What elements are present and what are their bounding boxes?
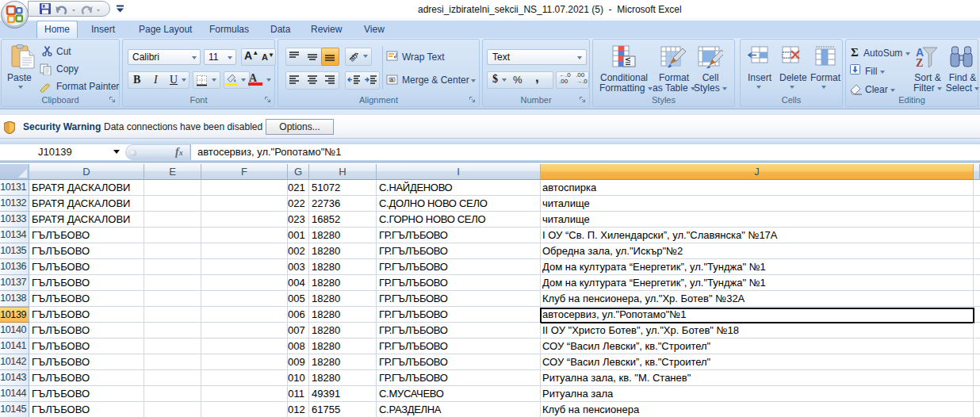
svg-text:Z: Z	[916, 57, 923, 69]
svg-text:a: a	[390, 77, 393, 82]
